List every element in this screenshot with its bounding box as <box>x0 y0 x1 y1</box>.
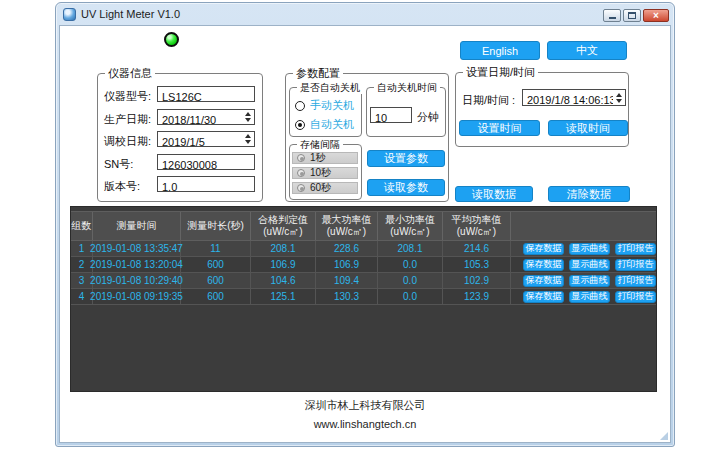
footer-website: www.linshangtech.cn <box>60 418 670 430</box>
cell-min: 0.0 <box>378 273 443 288</box>
interval-10s-radio[interactable] <box>297 169 305 177</box>
language-chinese-button[interactable]: 中文 <box>547 41 627 60</box>
col-header-max: 最大功率值(uW/c㎡) <box>316 212 378 240</box>
cell-time: 2019-01-08 10:29:40 <box>93 273 181 288</box>
cell-pass-value: 106.9 <box>251 257 316 272</box>
table-header-row: 组数 测量时间 测量时长(秒) 合格判定值(uW/c㎡) 最大功率值(uW/c㎡… <box>71 211 656 241</box>
spinner-icon[interactable] <box>616 93 622 103</box>
param-config-group-title: 参数配置 <box>293 67 343 80</box>
interval-60s-label: 60秒 <box>310 181 331 195</box>
interval-10s-label: 10秒 <box>310 166 331 180</box>
shutdown-time-group-title: 自动关机时间 <box>374 81 440 94</box>
calibration-date-input[interactable] <box>158 135 254 149</box>
cell-duration: 600 <box>181 257 251 272</box>
col-header-actions <box>511 212 656 240</box>
minimize-button[interactable] <box>603 9 621 22</box>
print-report-button[interactable]: 打印报告 <box>615 259 656 271</box>
version-input[interactable] <box>158 180 254 194</box>
footer-company-name: 深圳市林上科技有限公司 <box>60 398 670 413</box>
show-curve-button[interactable]: 显示曲线 <box>569 243 610 255</box>
interval-10s-option[interactable]: 10秒 <box>292 167 358 179</box>
manual-shutdown-option[interactable]: 手动关机 <box>295 98 354 113</box>
minimize-icon <box>609 17 616 19</box>
print-report-button[interactable]: 打印报告 <box>615 243 656 255</box>
show-curve-button[interactable]: 显示曲线 <box>569 291 610 303</box>
set-params-button[interactable]: 设置参数 <box>367 150 445 167</box>
interval-1s-radio[interactable] <box>297 154 305 162</box>
datetime-input[interactable] <box>523 93 625 108</box>
production-date-input[interactable] <box>158 113 254 127</box>
print-report-button[interactable]: 打印报告 <box>615 291 656 303</box>
app-window: UV Light Meter V1.0 × English 中文 仪器信息 仪器… <box>55 2 675 447</box>
save-data-button[interactable]: 保存数据 <box>523 291 564 303</box>
shutdown-time-field[interactable] <box>370 107 412 123</box>
close-icon: × <box>653 11 659 21</box>
spinner-icon[interactable] <box>245 112 251 122</box>
sn-field[interactable] <box>157 154 255 170</box>
spinner-icon[interactable] <box>245 134 251 144</box>
model-input[interactable] <box>158 90 254 104</box>
production-date-label: 生产日期: <box>104 112 151 127</box>
show-curve-button[interactable]: 显示曲线 <box>569 275 610 287</box>
shutdown-time-input[interactable] <box>371 111 411 125</box>
read-params-button[interactable]: 读取参数 <box>367 179 445 196</box>
cell-duration: 600 <box>181 273 251 288</box>
table-row: 2 2019-01-08 13:20:04 600 106.9 106.9 0.… <box>71 257 656 273</box>
read-time-button[interactable]: 读取时间 <box>548 120 628 136</box>
save-data-button[interactable]: 保存数据 <box>523 259 564 271</box>
minutes-unit-label: 分钟 <box>417 110 439 125</box>
app-icon <box>63 8 76 21</box>
calibration-date-field[interactable] <box>157 131 255 147</box>
cell-max: 228.6 <box>316 241 378 256</box>
device-info-group-title: 仪器信息 <box>105 67 155 80</box>
interval-1s-option[interactable]: 1秒 <box>292 152 358 164</box>
col-header-min: 最小功率值(uW/c㎡) <box>378 212 443 240</box>
model-field[interactable] <box>157 86 255 102</box>
col-header-time: 测量时间 <box>93 212 181 240</box>
resize-grip[interactable] <box>660 432 668 440</box>
cell-actions: 保存数据 显示曲线 打印报告 <box>511 289 656 304</box>
interval-60s-radio[interactable] <box>297 184 305 192</box>
col-header-avg: 平均功率值(uW/c㎡) <box>443 212 511 240</box>
auto-shutdown-radio[interactable] <box>295 120 305 130</box>
desktop-canvas: UV Light Meter V1.0 × English 中文 仪器信息 仪器… <box>0 0 726 450</box>
sn-input[interactable] <box>158 158 254 172</box>
version-field[interactable] <box>157 176 255 192</box>
cell-max: 130.3 <box>316 289 378 304</box>
close-button[interactable]: × <box>643 9 669 22</box>
model-label: 仪器型号: <box>104 89 151 104</box>
manual-shutdown-label: 手动关机 <box>310 98 354 113</box>
maximize-button[interactable] <box>623 9 641 22</box>
print-report-button[interactable]: 打印报告 <box>615 275 656 287</box>
window-content: English 中文 仪器信息 仪器型号: 生产日期: 调校日期: SN号: <box>59 25 671 443</box>
cell-actions: 保存数据 显示曲线 打印报告 <box>511 257 656 272</box>
sn-label: SN号: <box>104 157 133 172</box>
cell-pass-value: 208.1 <box>251 241 316 256</box>
window-controls: × <box>603 9 669 22</box>
save-data-button[interactable]: 保存数据 <box>523 243 564 255</box>
cell-avg: 105.3 <box>443 257 511 272</box>
title-bar[interactable]: UV Light Meter V1.0 <box>56 3 674 25</box>
auto-shutdown-option[interactable]: 自动关机 <box>295 117 354 132</box>
show-curve-button[interactable]: 显示曲线 <box>569 259 610 271</box>
interval-60s-option[interactable]: 60秒 <box>292 182 358 194</box>
cell-actions: 保存数据 显示曲线 打印报告 <box>511 273 656 288</box>
col-header-group: 组数 <box>71 212 93 240</box>
window-title: UV Light Meter V1.0 <box>81 8 180 20</box>
set-time-button[interactable]: 设置时间 <box>459 120 540 136</box>
clear-data-button[interactable]: 清除数据 <box>548 186 630 202</box>
cell-avg: 123.9 <box>443 289 511 304</box>
cell-max: 106.9 <box>316 257 378 272</box>
auto-shutdown-label: 自动关机 <box>310 117 354 132</box>
col-header-duration: 测量时长(秒) <box>181 212 251 240</box>
datetime-field[interactable] <box>522 89 626 106</box>
manual-shutdown-radio[interactable] <box>295 101 305 111</box>
read-data-button[interactable]: 读取数据 <box>455 186 533 202</box>
production-date-field[interactable] <box>157 109 255 125</box>
save-data-button[interactable]: 保存数据 <box>523 275 564 287</box>
language-english-button[interactable]: English <box>460 41 540 60</box>
cell-time: 2019-01-08 13:20:04 <box>93 257 181 272</box>
cell-duration: 600 <box>181 289 251 304</box>
table-row: 3 2019-01-08 10:29:40 600 104.6 109.4 0.… <box>71 273 656 289</box>
cell-time: 2019-01-08 13:35:47 <box>93 241 181 256</box>
